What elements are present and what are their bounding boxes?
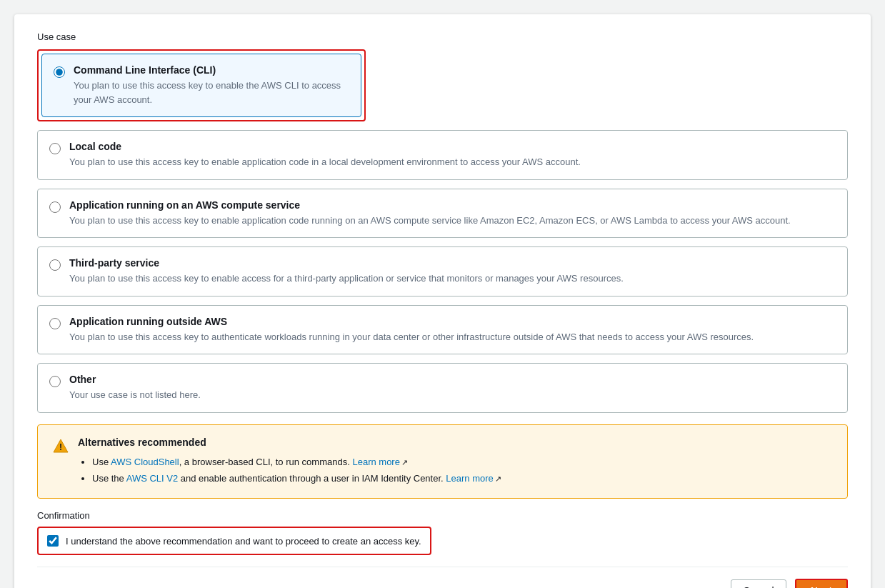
option-third-party[interactable]: Third-party service You plan to use this… (37, 246, 848, 297)
warning-content: Alternatives recommended Use AWS CloudSh… (78, 437, 833, 487)
outside-aws-desc: You plan to use this access key to authe… (69, 330, 836, 344)
confirmation-checkbox[interactable] (47, 535, 59, 547)
warning-bullet1-suffix: , a browser-based CLI, to run commands. (179, 457, 350, 467)
radio-local-code[interactable] (49, 143, 61, 154)
aws-compute-title: Application running on an AWS compute se… (69, 199, 836, 211)
cli-title: Command Line Interface (CLI) (74, 64, 349, 76)
confirmation-label: Confirmation (37, 510, 848, 521)
next-button[interactable]: Next (795, 579, 848, 588)
radio-cli-container (54, 64, 65, 78)
option-outside-aws[interactable]: Application running outside AWS You plan… (37, 305, 848, 355)
alternatives-warning-box: ! Alternatives recommended Use AWS Cloud… (37, 424, 848, 499)
warning-bullet2-prefix: Use the (92, 473, 126, 484)
local-code-title: Local code (69, 141, 836, 152)
options-list: Command Line Interface (CLI) You plan to… (37, 49, 848, 422)
use-case-label: Use case (37, 31, 848, 42)
cliv2-learn-more[interactable]: Learn more (446, 473, 493, 484)
option-aws-compute[interactable]: Application running on an AWS compute se… (37, 189, 848, 239)
external-icon-2: ↗ (495, 472, 501, 487)
other-content: Other Your use case is not listed here. (69, 374, 836, 402)
confirmation-checkbox-wrapper: I understand the above recommendation an… (37, 527, 431, 555)
confirmation-section: Confirmation I understand the above reco… (37, 510, 848, 555)
aws-compute-content: Application running on an AWS compute se… (69, 199, 836, 228)
radio-cli[interactable] (54, 66, 65, 78)
option-local-code[interactable]: Local code You plan to use this access k… (37, 130, 848, 180)
confirmation-text: I understand the above recommendation an… (66, 536, 421, 547)
cliv2-link[interactable]: AWS CLI V2 (126, 473, 178, 484)
outside-aws-content: Application running outside AWS You plan… (69, 316, 836, 344)
warning-bullet2-suffix: and enable authentication through a user… (178, 473, 443, 484)
warning-list: Use AWS CloudShell, a browser-based CLI,… (78, 454, 833, 487)
warning-item-1: Use AWS CloudShell, a browser-based CLI,… (92, 454, 833, 470)
local-code-desc: You plan to use this access key to enabl… (69, 155, 836, 169)
third-party-desc: You plan to use this access key to enabl… (69, 271, 836, 286)
radio-outside-aws[interactable] (49, 318, 61, 329)
svg-text:!: ! (59, 442, 62, 452)
footer: Cancel Next (37, 567, 848, 588)
option-cli[interactable]: Command Line Interface (CLI) You plan to… (41, 54, 361, 117)
radio-outside-aws-container (49, 316, 61, 329)
cloudshell-learn-more[interactable]: Learn more (352, 457, 399, 467)
warning-icon: ! (52, 438, 69, 459)
external-icon-1: ↗ (401, 456, 408, 470)
warning-item-2: Use the AWS CLI V2 and enable authentica… (92, 470, 833, 487)
radio-aws-compute[interactable] (49, 201, 61, 213)
cli-desc: You plan to use this access key to enabl… (74, 79, 349, 106)
warning-bullet1-prefix: Use (92, 457, 111, 467)
other-title: Other (69, 374, 836, 385)
aws-compute-desc: You plan to use this access key to enabl… (69, 214, 836, 228)
cloudshell-link[interactable]: AWS CloudShell (111, 457, 179, 467)
radio-other-container (49, 374, 61, 387)
radio-local-code-container (49, 141, 61, 154)
third-party-content: Third-party service You plan to use this… (69, 257, 836, 286)
radio-third-party[interactable] (49, 259, 61, 271)
cli-option-highlight: Command Line Interface (CLI) You plan to… (37, 49, 366, 121)
outside-aws-title: Application running outside AWS (69, 316, 836, 327)
option-other[interactable]: Other Your use case is not listed here. (37, 363, 848, 413)
radio-third-party-container (49, 257, 61, 271)
warning-title: Alternatives recommended (78, 437, 833, 448)
cancel-button[interactable]: Cancel (731, 579, 786, 588)
page-container: Use case Command Line Interface (CLI) Yo… (14, 14, 871, 588)
radio-other[interactable] (49, 376, 61, 387)
cli-content: Command Line Interface (CLI) You plan to… (74, 64, 349, 106)
local-code-content: Local code You plan to use this access k… (69, 141, 836, 169)
other-desc: Your use case is not listed here. (69, 388, 836, 402)
radio-aws-compute-container (49, 199, 61, 213)
third-party-title: Third-party service (69, 257, 836, 269)
